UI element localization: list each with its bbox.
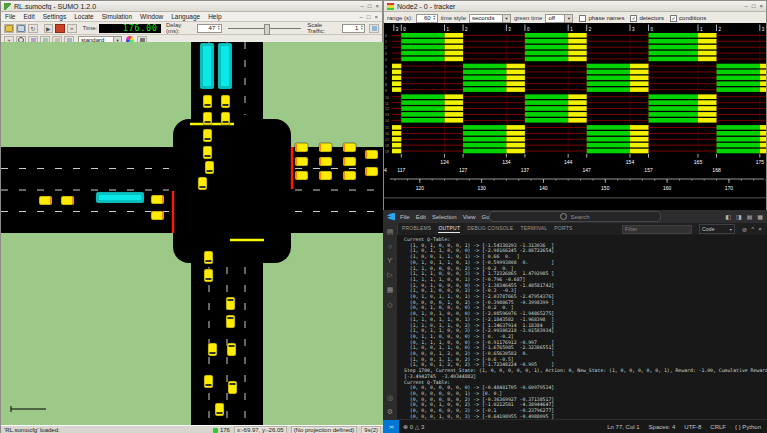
- run-button[interactable]: ▶: [44, 24, 54, 33]
- status-utf-8[interactable]: UTF-8: [684, 424, 701, 430]
- vehicle-car[interactable]: [221, 95, 230, 108]
- menu-help[interactable]: Help: [208, 13, 221, 20]
- status-ln-77-col-1[interactable]: Ln 77, Col 1: [607, 424, 639, 430]
- vehicle-car[interactable]: [205, 161, 214, 174]
- reload-button[interactable]: ↻: [28, 24, 38, 33]
- edit-mode-button[interactable]: [369, 24, 379, 33]
- menu-simulation[interactable]: Simulation: [102, 13, 132, 20]
- status-crlf[interactable]: CRLF: [710, 424, 726, 430]
- vehicle-bus[interactable]: [200, 43, 214, 89]
- layout-toggle-icon-1[interactable]: ◨: [736, 213, 742, 220]
- problems-status[interactable]: ⊗ 0 △ 3: [399, 423, 428, 430]
- mdi-minimize-button[interactable]: –: [360, 14, 363, 20]
- remote-indicator[interactable]: ><: [383, 420, 399, 433]
- vehicle-car[interactable]: [319, 157, 332, 166]
- minimize-button[interactable]: –: [361, 3, 364, 9]
- vehicle-car[interactable]: [228, 381, 237, 394]
- tab-problems[interactable]: PROBLEMS: [402, 225, 431, 233]
- vehicle-car[interactable]: [208, 343, 217, 356]
- tab-ports[interactable]: PORTS: [554, 225, 572, 233]
- vehicle-car[interactable]: [343, 143, 356, 152]
- menu-file[interactable]: File: [400, 214, 410, 220]
- vehicle-car[interactable]: [151, 195, 164, 204]
- tab-output[interactable]: OUTPUT: [438, 225, 460, 233]
- phase-tracker-plot[interactable]: 3012301230123012345678910111213141516171…: [384, 23, 766, 210]
- vehicle-car[interactable]: [295, 157, 308, 166]
- maximize-panel-icon[interactable]: ^: [751, 226, 754, 233]
- close-button[interactable]: ×: [375, 3, 379, 9]
- simulation-view[interactable]: [1, 42, 384, 425]
- green-time-select[interactable]: off▼: [545, 14, 573, 23]
- vehicle-bus[interactable]: [218, 43, 232, 89]
- stop-button[interactable]: [55, 24, 65, 33]
- mdi-restore-button[interactable]: □: [367, 14, 371, 20]
- vehicle-car[interactable]: [203, 95, 212, 108]
- clear-output-icon[interactable]: ⊘: [742, 226, 747, 233]
- checkbox-box-detectors[interactable]: ✓: [630, 15, 637, 22]
- vehicle-car[interactable]: [61, 196, 74, 205]
- vehicle-car[interactable]: [204, 269, 213, 282]
- vehicle-bus[interactable]: [96, 192, 144, 203]
- vehicle-car[interactable]: [221, 112, 230, 125]
- settings-icon[interactable]: ⚙: [387, 408, 393, 416]
- vehicle-car[interactable]: [204, 251, 213, 264]
- vehicle-car[interactable]: [215, 403, 224, 416]
- command-center-search[interactable]: Search: [489, 211, 661, 222]
- mdi-close-button[interactable]: ×: [374, 14, 378, 20]
- vehicle-car[interactable]: [226, 315, 235, 328]
- menu-language[interactable]: Language: [171, 13, 200, 20]
- vehicle-car[interactable]: [319, 171, 332, 180]
- vehicle-car[interactable]: [204, 375, 213, 388]
- menu-selection[interactable]: Selection: [432, 214, 457, 220]
- tab-terminal[interactable]: TERMINAL: [520, 225, 547, 233]
- checkbox-box-conditions[interactable]: ✓: [670, 15, 677, 22]
- delay-spinner[interactable]: 47 ▲▼: [197, 24, 222, 33]
- junction-area[interactable]: [173, 119, 291, 263]
- scale-traffic-spinner[interactable]: 1 ▲▼: [342, 24, 365, 33]
- tracker-maximize-button[interactable]: □: [752, 3, 756, 9]
- testing-icon[interactable]: ◇: [387, 301, 392, 309]
- account-icon[interactable]: ◎: [387, 394, 393, 402]
- tab-debug-console[interactable]: DEBUG CONSOLE: [467, 225, 513, 233]
- menu-edit[interactable]: Edit: [23, 13, 34, 20]
- vehicle-car[interactable]: [227, 343, 236, 356]
- vehicle-car[interactable]: [365, 167, 378, 176]
- open-network-button[interactable]: [16, 24, 26, 33]
- tracker-minimize-button[interactable]: –: [745, 3, 748, 9]
- run-debug-icon[interactable]: ▷: [387, 271, 392, 279]
- vehicle-car[interactable]: [203, 112, 212, 125]
- layout-toggle-icon-0[interactable]: ◧: [725, 213, 731, 220]
- vehicle-car[interactable]: [39, 196, 52, 205]
- output-console[interactable]: Current Q-Table: (1, 0, 1, 0, 0, 0, 1) -…: [397, 235, 767, 420]
- menu-view[interactable]: View: [463, 214, 476, 220]
- status-python[interactable]: { } Python: [735, 424, 761, 430]
- explorer-icon[interactable]: ▤: [387, 228, 394, 236]
- vehicle-car[interactable]: [343, 157, 356, 166]
- vehicle-car[interactable]: [343, 171, 356, 180]
- vehicle-car[interactable]: [226, 297, 235, 310]
- extensions-icon[interactable]: ▦: [387, 286, 394, 294]
- step-button[interactable]: »: [67, 24, 77, 33]
- menu-edit[interactable]: Edit: [416, 214, 426, 220]
- vehicle-car[interactable]: [295, 143, 308, 152]
- source-control-icon[interactable]: ϒ: [387, 257, 392, 264]
- checkbox-phase-names[interactable]: phase names: [579, 15, 624, 22]
- vehicle-car[interactable]: [295, 171, 308, 180]
- checkbox-box-phase-names[interactable]: [579, 15, 586, 22]
- time-style-select[interactable]: seconds▼: [469, 14, 511, 23]
- checkbox-detectors[interactable]: ✓detectors: [630, 15, 664, 22]
- menu-file[interactable]: File: [5, 13, 15, 20]
- checkbox-conditions[interactable]: ✓conditions: [670, 15, 706, 22]
- range-spinner[interactable]: 60 ▲▼: [416, 14, 438, 23]
- layout-toggle-icon-3[interactable]: ▦: [757, 213, 763, 220]
- layout-toggle-icon-2[interactable]: ▤: [747, 213, 753, 220]
- close-panel-icon[interactable]: ×: [758, 226, 762, 233]
- status-spaces[interactable]: Spaces: 4: [649, 424, 676, 430]
- open-config-button[interactable]: [4, 24, 14, 33]
- vehicle-car[interactable]: [198, 177, 207, 190]
- output-filter-input[interactable]: Filter: [622, 225, 692, 234]
- vehicle-car[interactable]: [203, 146, 212, 159]
- vehicle-car[interactable]: [151, 211, 164, 220]
- search-icon[interactable]: ○: [388, 243, 392, 250]
- menu-locate[interactable]: Locate: [74, 13, 94, 20]
